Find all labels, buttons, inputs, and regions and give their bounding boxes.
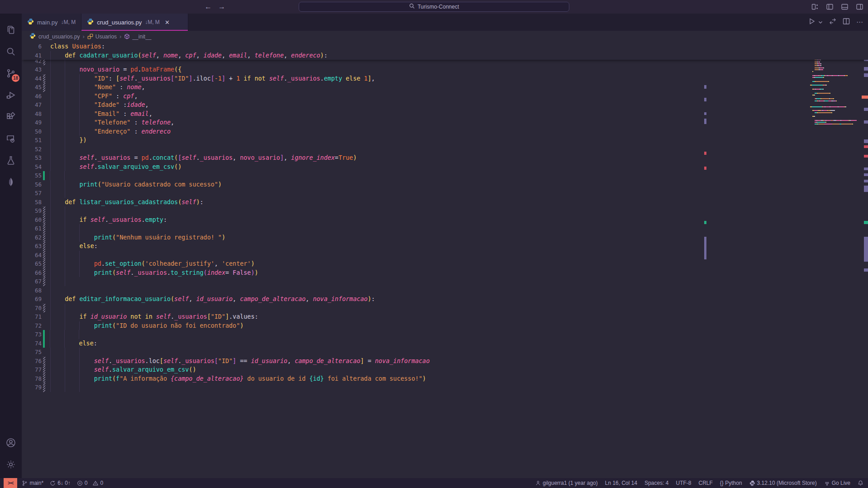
code-line-41[interactable]: 41def cadatrar_usuario(self, nome, cpf, … bbox=[22, 51, 868, 60]
testing-icon[interactable] bbox=[0, 149, 22, 171]
token: print bbox=[94, 234, 112, 241]
code-line-73[interactable]: 73 bbox=[22, 330, 868, 339]
code-line-53[interactable]: 53self._usuarios = pd.concat([self._usua… bbox=[22, 153, 868, 163]
breadcrumb-file[interactable]: crud_usuarios.py bbox=[38, 33, 80, 40]
toggle-panel-icon[interactable] bbox=[841, 3, 849, 10]
eol-sequence[interactable]: CRLF bbox=[699, 478, 713, 488]
git-sync-item[interactable]: 6↓ 0↑ bbox=[50, 478, 71, 488]
tab-main-py[interactable]: main.py ↓M, M bbox=[22, 14, 81, 31]
code-line-68[interactable]: 68 bbox=[22, 286, 868, 295]
remote-explorer-icon[interactable] bbox=[0, 128, 22, 149]
remote-indicator[interactable]: >< bbox=[4, 478, 17, 488]
code-line-78[interactable]: 78print(f"A informação {campo_de_alterac… bbox=[22, 374, 868, 383]
git-blame-item[interactable]: gilguerra1 (1 year ago) bbox=[535, 478, 597, 488]
open-changes-icon[interactable] bbox=[829, 18, 836, 27]
minimap-token bbox=[823, 67, 824, 68]
code-line-69[interactable]: 69def editar_informacao_usuario(self, id… bbox=[22, 295, 868, 304]
token: else bbox=[79, 243, 94, 249]
explorer-icon[interactable] bbox=[0, 19, 22, 41]
toggle-primary-sidebar-icon[interactable] bbox=[826, 3, 834, 10]
run-dropdown-chevron-icon[interactable] bbox=[818, 18, 823, 26]
extensions-icon[interactable] bbox=[0, 106, 22, 128]
sticky-scroll[interactable]: 6class Usuarios:41def cadatrar_usuario(s… bbox=[22, 42, 868, 60]
encoding[interactable]: UTF-8 bbox=[676, 478, 692, 488]
decoration-mark bbox=[704, 119, 706, 124]
code-line-62[interactable]: 62print("Nenhum usuário registrado! ") bbox=[22, 233, 868, 242]
code-line-46[interactable]: 46"CPF" : cpf, bbox=[22, 92, 868, 101]
code-line-74[interactable]: 74else: bbox=[22, 339, 868, 348]
code-line-79[interactable]: 79 bbox=[22, 383, 868, 392]
decoration-mark bbox=[704, 221, 706, 224]
code-line-48[interactable]: 48"Email" : email, bbox=[22, 110, 868, 119]
minimap-token bbox=[823, 110, 827, 111]
token: ) bbox=[353, 154, 357, 161]
git-branch-item[interactable]: main* bbox=[22, 478, 43, 488]
minimap[interactable] bbox=[808, 50, 863, 128]
code-line-72[interactable]: 72print("ID do usuario não foi encontrad… bbox=[22, 321, 868, 330]
code-line-66[interactable]: 66print(self._usuarios.to_string(index= … bbox=[22, 268, 868, 277]
breadcrumb-member[interactable]: __init__ bbox=[124, 33, 151, 40]
code-line-44[interactable]: 44"ID": [self._usuarios["ID"].iloc[-1] +… bbox=[22, 74, 868, 83]
cursor-position[interactable]: Ln 16, Col 14 bbox=[605, 478, 637, 488]
source-control-icon[interactable]: 18 bbox=[0, 62, 22, 84]
code-line-50[interactable]: 50"Endereço" : endereco bbox=[22, 127, 868, 136]
problems-item[interactable]: 0 0 bbox=[77, 478, 103, 488]
code-line-6[interactable]: 6class Usuarios: bbox=[22, 42, 868, 51]
code-line-60[interactable]: 60if self._usuarios.empty: bbox=[22, 215, 868, 225]
toggle-secondary-sidebar-icon[interactable] bbox=[856, 3, 863, 10]
indent-guide bbox=[65, 189, 65, 198]
code-line-54[interactable]: 54self.salvar_arquivo_em_csv() bbox=[22, 163, 868, 172]
code-line-51[interactable]: 51}) bbox=[22, 136, 868, 145]
token: : bbox=[112, 93, 123, 100]
run-python-file-icon[interactable] bbox=[808, 18, 816, 27]
tab-close-icon[interactable]: ✕ bbox=[165, 19, 170, 26]
code-line-49[interactable]: 49"Telefone" : telefone, bbox=[22, 118, 868, 127]
more-actions-icon[interactable]: ⋯ bbox=[856, 18, 863, 26]
code-line-57[interactable]: 57 bbox=[22, 189, 868, 198]
token: nova_informacao bbox=[313, 296, 367, 302]
indent-guide bbox=[65, 74, 65, 83]
code-line-55[interactable]: 55 bbox=[22, 171, 868, 180]
notifications-bell[interactable] bbox=[858, 478, 863, 488]
code-line-59[interactable]: 59 bbox=[22, 206, 868, 215]
token: "Email" bbox=[94, 110, 119, 117]
language-mode[interactable]: {} Python bbox=[720, 478, 742, 488]
customize-layout-icon[interactable] bbox=[811, 3, 819, 10]
code-line-77[interactable]: 77self.salvar_arquivo_em_csv() bbox=[22, 365, 868, 374]
code-line-47[interactable]: 47"Idade" :idade, bbox=[22, 100, 868, 110]
code-line-58[interactable]: 58def listar_usuarios_cadastrados(self): bbox=[22, 198, 868, 207]
code-line-64[interactable]: 64 bbox=[22, 251, 868, 260]
mongodb-icon[interactable] bbox=[0, 171, 22, 193]
run-debug-icon[interactable] bbox=[0, 84, 22, 106]
decoration-mark bbox=[704, 98, 706, 101]
account-icon[interactable] bbox=[0, 432, 22, 454]
tab-crud-usuarios-py[interactable]: crud_usuarios.py ↓M, M ✕ bbox=[81, 14, 188, 31]
code-line-75[interactable]: 75 bbox=[22, 348, 868, 357]
code-line-43[interactable]: 43novo_usario = pd.DataFrame({ bbox=[22, 65, 868, 74]
minimap-token bbox=[812, 85, 823, 86]
command-center-search[interactable]: Turismo-Connect bbox=[299, 2, 569, 12]
code-line-45[interactable]: 45"Nome" : nome, bbox=[22, 83, 868, 92]
code-line-56[interactable]: 56print("Usuario cadastrado com sucesso"… bbox=[22, 180, 868, 189]
indentation[interactable]: Spaces: 4 bbox=[644, 478, 668, 488]
code-line-65[interactable]: 65pd.set_option('colheader_justify', 'ce… bbox=[22, 259, 868, 268]
split-editor-icon[interactable] bbox=[843, 18, 850, 27]
nav-back-icon[interactable]: ← bbox=[205, 3, 212, 11]
code-line-42[interactable]: 42 bbox=[22, 60, 868, 65]
code-line-76[interactable]: 76self._usuarios.loc[self._usuarios["ID"… bbox=[22, 357, 868, 366]
settings-gear-icon[interactable] bbox=[0, 454, 22, 475]
go-live[interactable]: Go Live bbox=[824, 478, 850, 488]
breadcrumb-class[interactable]: Usuarios bbox=[87, 33, 117, 40]
code-line-52[interactable]: 52 bbox=[22, 145, 868, 154]
indent-guide bbox=[50, 348, 51, 357]
code-line-61[interactable]: 61 bbox=[22, 224, 868, 233]
code-line-70[interactable]: 70 bbox=[22, 304, 868, 313]
python-interpreter[interactable]: 3.12.10 (Microsoft Store) bbox=[749, 478, 817, 488]
search-sidebar-icon[interactable] bbox=[0, 41, 22, 62]
code-line-71[interactable]: 71if id_usuario not in self._usuarios["I… bbox=[22, 312, 868, 321]
code-editor[interactable]: 6class Usuarios:41def cadatrar_usuario(s… bbox=[22, 42, 868, 478]
code-lines[interactable]: 43novo_usario = pd.DataFrame({44"ID": [s… bbox=[22, 65, 868, 392]
nav-forward-icon[interactable]: → bbox=[218, 3, 225, 11]
code-line-67[interactable]: 67 bbox=[22, 277, 868, 286]
code-line-63[interactable]: 63else: bbox=[22, 242, 868, 251]
